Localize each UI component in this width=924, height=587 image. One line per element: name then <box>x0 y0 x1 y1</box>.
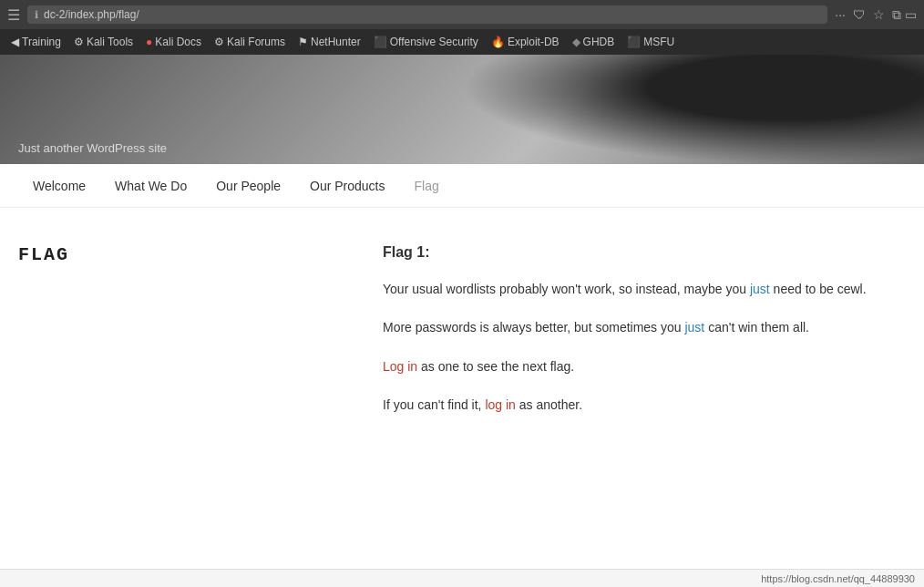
content-right-panel: Flag 1: Your usual wordlists probably wo… <box>364 244 906 481</box>
bookmark-kali-docs[interactable]: ● Kali Docs <box>140 34 207 50</box>
lock-icon: ℹ <box>35 9 38 21</box>
exploit-icon: 🔥 <box>491 36 505 48</box>
more-icon[interactable]: ··· <box>835 7 846 22</box>
ghdb-icon: ◆ <box>572 36 580 48</box>
flag-paragraph-4: If you can't find it, log in as another. <box>383 395 906 415</box>
log-in-link-2[interactable]: log in <box>485 397 515 412</box>
log-in-link-1[interactable]: Log in <box>383 359 417 374</box>
flag-paragraph-1: Your usual wordlists probably won't work… <box>383 279 906 299</box>
kali-tools-icon: ⚙ <box>74 36 84 48</box>
content-left-panel: FLAG <box>18 244 364 481</box>
address-bar[interactable]: ℹ dc-2/index.php/flag/ <box>27 5 827 24</box>
nav-flag[interactable]: Flag <box>400 166 454 206</box>
nethunter-icon: ⚑ <box>298 36 308 48</box>
msfu-icon: ⬛ <box>627 36 641 48</box>
sidebar-icon[interactable]: ☰ <box>7 6 20 24</box>
browser-sidebar-icons: ⧉ ▭ <box>892 7 917 23</box>
bookmark-nethunter-label: NetHunter <box>311 36 361 48</box>
nav-welcome[interactable]: Welcome <box>18 166 100 206</box>
bookmark-ghdb-label: GHDB <box>583 36 615 48</box>
tabs-icon[interactable]: ⧉ <box>892 7 901 23</box>
just-link-2[interactable]: just <box>684 320 704 335</box>
star-icon[interactable]: ☆ <box>873 7 885 22</box>
offensive-icon: ⬛ <box>374 36 387 48</box>
flag-title: Flag 1: <box>383 244 906 261</box>
browser-nav-icons: ☰ <box>7 6 20 24</box>
browser-chrome: ☰ ℹ dc-2/index.php/flag/ ··· 🛡 ☆ ⧉ ▭ <box>0 0 924 29</box>
nav-our-products[interactable]: Our Products <box>295 166 399 206</box>
bookmark-training-label: Training <box>22 36 61 48</box>
browser-action-icons: ··· 🛡 ☆ <box>835 7 885 22</box>
bookmark-kali-forums-label: Kali Forums <box>227 36 285 48</box>
bookmark-nethunter[interactable]: ⚑ NetHunter <box>293 34 366 50</box>
bookmark-msfu-label: MSFU <box>643 36 674 48</box>
flag-section-heading: FLAG <box>18 244 364 265</box>
hero-subtitle: Just another WordPress site <box>18 141 167 155</box>
flag-paragraph-2: More passwords is always better, but som… <box>383 317 906 337</box>
main-content: FLAG Flag 1: Your usual wordlists probab… <box>0 208 924 518</box>
bookmark-offensive-label: Offensive Security <box>390 36 478 48</box>
flag-paragraph-3: Log in as one to see the next flag. <box>383 356 906 376</box>
kali-forums-icon: ⚙ <box>214 36 224 48</box>
shield-icon[interactable]: 🛡 <box>853 7 866 22</box>
bookmarks-bar: ◀ Training ⚙ Kali Tools ● Kali Docs ⚙ Ka… <box>0 29 924 55</box>
extensions-icon[interactable]: ▭ <box>905 7 917 22</box>
nav-what-we-do[interactable]: What We Do <box>100 166 201 206</box>
bookmark-exploit-label: Exploit-DB <box>508 36 560 48</box>
bookmark-exploit[interactable]: 🔥 Exploit-DB <box>486 34 565 50</box>
bookmark-ghdb[interactable]: ◆ GHDB <box>567 34 621 50</box>
hero-dark-overlay <box>462 55 924 164</box>
just-link-1[interactable]: just <box>750 282 770 296</box>
bookmark-kali-forums[interactable]: ⚙ Kali Forums <box>209 34 291 50</box>
hero-image: Just another WordPress site <box>0 55 924 164</box>
bookmark-offensive[interactable]: ⬛ Offensive Security <box>368 34 484 50</box>
bookmark-kali-tools[interactable]: ⚙ Kali Tools <box>68 34 139 50</box>
main-nav: Welcome What We Do Our People Our Produc… <box>0 164 924 208</box>
bookmark-training[interactable]: ◀ Training <box>5 34 67 50</box>
training-icon: ◀ <box>11 36 19 48</box>
bookmark-msfu[interactable]: ⬛ MSFU <box>621 34 680 50</box>
bookmark-kali-docs-label: Kali Docs <box>155 36 201 48</box>
bookmark-kali-tools-label: Kali Tools <box>87 36 133 48</box>
kali-docs-icon: ● <box>146 36 152 48</box>
nav-our-people[interactable]: Our People <box>201 166 295 206</box>
address-text: dc-2/index.php/flag/ <box>44 8 139 21</box>
